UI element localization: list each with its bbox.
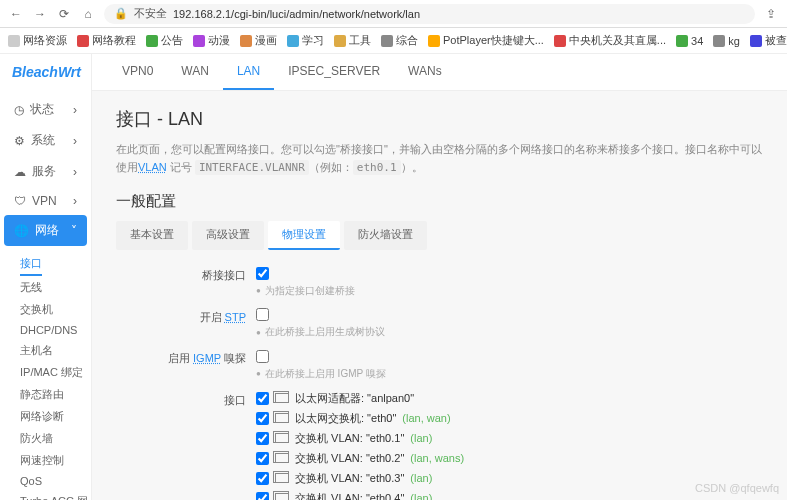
bookmark-label: 综合 bbox=[396, 33, 418, 48]
share-icon[interactable]: ⇪ bbox=[763, 6, 779, 22]
sidebar-sub-主机名[interactable]: 主机名 bbox=[20, 340, 91, 361]
bookmark-item[interactable]: 中央机关及其直属... bbox=[554, 33, 666, 48]
tab-lan[interactable]: LAN bbox=[223, 54, 274, 90]
bookmark-label: 网络资源 bbox=[23, 33, 67, 48]
section-general: 一般配置 bbox=[116, 192, 763, 211]
tab-wans[interactable]: WANs bbox=[394, 54, 456, 90]
sidebar-item-状态[interactable]: ◷状态› bbox=[4, 94, 87, 125]
iface-row: 以太网交换机: "eth0" (lan, wan) bbox=[256, 411, 763, 426]
stp-link[interactable]: STP bbox=[225, 311, 246, 323]
bookmark-item[interactable]: 工具 bbox=[334, 33, 371, 48]
bridge-hint: 为指定接口创建桥接 bbox=[256, 284, 763, 298]
reload-icon[interactable]: ⟳ bbox=[56, 6, 72, 22]
content-area: VPN0WANLANIPSEC_SERVERWANs 接口 - LAN 在此页面… bbox=[92, 54, 787, 500]
iface-checkbox[interactable] bbox=[256, 492, 269, 500]
sidebar-icon: 🌐 bbox=[14, 224, 29, 238]
chevron-icon: › bbox=[73, 194, 77, 208]
iface-tag: (lan) bbox=[410, 432, 432, 444]
bookmark-icon bbox=[193, 35, 205, 47]
iface-text: 交换机 VLAN: "eth0.4" bbox=[295, 491, 404, 500]
sidebar-item-系统[interactable]: ⚙系统› bbox=[4, 125, 87, 156]
bookmark-item[interactable]: PotPlayer快捷键大... bbox=[428, 33, 544, 48]
inner-tab-0[interactable]: 基本设置 bbox=[116, 221, 188, 250]
inner-tab-1[interactable]: 高级设置 bbox=[192, 221, 264, 250]
sidebar-sub-IP/MAC 绑定[interactable]: IP/MAC 绑定 bbox=[20, 362, 91, 383]
sidebar-sub-交换机[interactable]: 交换机 bbox=[20, 299, 91, 320]
igmp-label: 启用 IGMP 嗅探 bbox=[116, 349, 256, 366]
bookmark-icon bbox=[428, 35, 440, 47]
home-icon[interactable]: ⌂ bbox=[80, 6, 96, 22]
bookmark-label: kg bbox=[728, 35, 740, 47]
bookmark-item[interactable]: 动漫 bbox=[193, 33, 230, 48]
address-bar[interactable]: 🔒 不安全 192.168.2.1/cgi-bin/luci/admin/net… bbox=[104, 4, 755, 24]
igmp-hint: 在此桥接上启用 IGMP 嗅探 bbox=[256, 367, 763, 381]
sidebar-label: 状态 bbox=[30, 101, 54, 118]
iface-text: 以太网交换机: "eth0" bbox=[295, 411, 396, 426]
inner-tab-2[interactable]: 物理设置 bbox=[268, 221, 340, 250]
sidebar-sub-静态路由[interactable]: 静态路由 bbox=[20, 384, 91, 405]
sidebar-sub-QoS[interactable]: QoS bbox=[20, 472, 91, 490]
sidebar-item-服务[interactable]: ☁服务› bbox=[4, 156, 87, 187]
sidebar-sub-网络诊断[interactable]: 网络诊断 bbox=[20, 406, 91, 427]
bookmark-label: 动漫 bbox=[208, 33, 230, 48]
sidebar-icon: ◷ bbox=[14, 103, 24, 117]
bookmark-item[interactable]: 漫画 bbox=[240, 33, 277, 48]
igmp-checkbox[interactable] bbox=[256, 350, 269, 363]
iface-row: 交换机 VLAN: "eth0.3" (lan) bbox=[256, 471, 763, 486]
bookmark-label: 公告 bbox=[161, 33, 183, 48]
tab-wan[interactable]: WAN bbox=[167, 54, 223, 90]
back-icon[interactable]: ← bbox=[8, 6, 24, 22]
sidebar-sub-DHCP/DNS[interactable]: DHCP/DNS bbox=[20, 321, 91, 339]
tab-vpn0[interactable]: VPN0 bbox=[108, 54, 167, 90]
stp-checkbox[interactable] bbox=[256, 308, 269, 321]
iface-row: 交换机 VLAN: "eth0.1" (lan) bbox=[256, 431, 763, 446]
iface-checkbox[interactable] bbox=[256, 392, 269, 405]
bookmark-item[interactable]: 综合 bbox=[381, 33, 418, 48]
iface-icon bbox=[275, 433, 289, 443]
chevron-icon: › bbox=[73, 134, 77, 148]
bookmark-item[interactable]: 学习 bbox=[287, 33, 324, 48]
bridge-label: 桥接接口 bbox=[116, 266, 256, 283]
iface-icon bbox=[275, 393, 289, 403]
sidebar-sub-无线[interactable]: 无线 bbox=[20, 277, 91, 298]
vlan-link[interactable]: VLAN bbox=[138, 161, 167, 173]
bookmark-label: PotPlayer快捷键大... bbox=[443, 33, 544, 48]
bookmark-item[interactable]: kg bbox=[713, 35, 740, 47]
bookmark-item[interactable]: 被查人事考核系统 bbox=[750, 33, 787, 48]
sidebar-sub-Turbo ACC 网络加速[interactable]: Turbo ACC 网络加速 bbox=[20, 491, 91, 500]
bookmark-label: 网络教程 bbox=[92, 33, 136, 48]
bookmark-icon bbox=[287, 35, 299, 47]
bookmark-item[interactable]: 网络资源 bbox=[8, 33, 67, 48]
bookmark-label: 工具 bbox=[349, 33, 371, 48]
bookmark-item[interactable]: 网络教程 bbox=[77, 33, 136, 48]
bookmark-icon bbox=[8, 35, 20, 47]
sidebar-item-网络[interactable]: 🌐网络˅ bbox=[4, 215, 87, 246]
igmp-link[interactable]: IGMP bbox=[193, 352, 221, 364]
iface-checkbox[interactable] bbox=[256, 452, 269, 465]
sidebar-sub-接口[interactable]: 接口 bbox=[20, 253, 42, 276]
interface-label: 接口 bbox=[116, 391, 256, 408]
bookmark-icon bbox=[77, 35, 89, 47]
iface-checkbox[interactable] bbox=[256, 432, 269, 445]
iface-checkbox[interactable] bbox=[256, 472, 269, 485]
tab-ipsec_server[interactable]: IPSEC_SERVER bbox=[274, 54, 394, 90]
bookmark-label: 中央机关及其直属... bbox=[569, 33, 666, 48]
bookmarks-bar: 网络资源网络教程公告动漫漫画学习工具综合PotPlayer快捷键大...中央机关… bbox=[0, 28, 787, 54]
chevron-icon: ˅ bbox=[71, 224, 77, 238]
bookmark-item[interactable]: 34 bbox=[676, 35, 703, 47]
forward-icon[interactable]: → bbox=[32, 6, 48, 22]
iface-checkbox[interactable] bbox=[256, 412, 269, 425]
lock-icon: 🔒 bbox=[114, 7, 128, 20]
bookmark-icon bbox=[676, 35, 688, 47]
sidebar-label: 系统 bbox=[31, 132, 55, 149]
settings-tabs: 基本设置高级设置物理设置防火墙设置 bbox=[116, 221, 763, 250]
bookmark-icon bbox=[334, 35, 346, 47]
inner-tab-3[interactable]: 防火墙设置 bbox=[344, 221, 427, 250]
bookmark-item[interactable]: 公告 bbox=[146, 33, 183, 48]
sidebar-item-VPN[interactable]: 🛡VPN› bbox=[4, 187, 87, 215]
bridge-checkbox[interactable] bbox=[256, 267, 269, 280]
sidebar-label: VPN bbox=[32, 194, 57, 208]
sidebar-sub-网速控制[interactable]: 网速控制 bbox=[20, 450, 91, 471]
sidebar-sub-防火墙[interactable]: 防火墙 bbox=[20, 428, 91, 449]
iface-icon bbox=[275, 413, 289, 423]
